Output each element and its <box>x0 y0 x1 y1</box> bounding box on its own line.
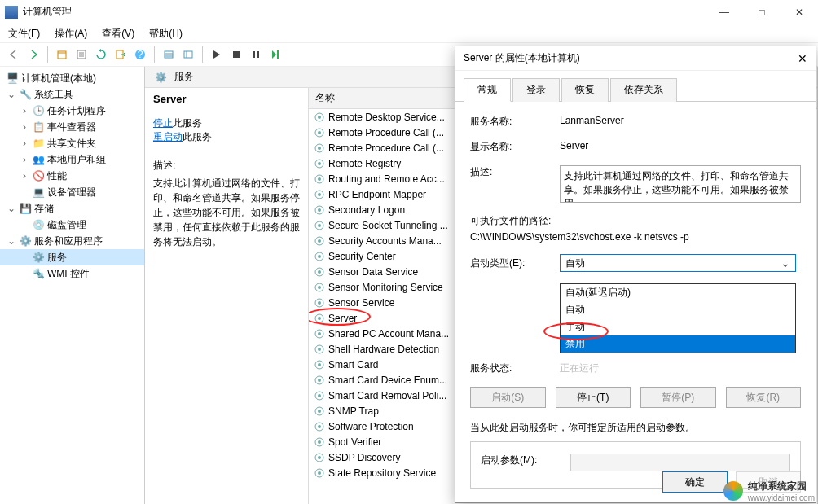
startup-type-label: 启动类型(E): <box>470 256 560 270</box>
maximize-button[interactable]: □ <box>743 0 781 24</box>
gear-icon: ⚙️ <box>154 71 167 84</box>
svg-point-22 <box>318 193 321 196</box>
tree-scheduler[interactable]: ›🕒任务计划程序 <box>0 103 144 119</box>
svg-point-56 <box>318 456 321 459</box>
svg-point-52 <box>318 425 321 428</box>
tree-services-apps[interactable]: ⌄⚙️服务和应用程序 <box>0 233 144 249</box>
forward-button[interactable] <box>24 46 42 64</box>
watermark-site: 纯净系统家园 <box>748 480 815 493</box>
back-button[interactable] <box>5 46 23 64</box>
export-button[interactable] <box>112 46 130 64</box>
startup-type-dropdown[interactable]: 自动(延迟启动) 自动 手动 禁用 <box>560 283 796 353</box>
svg-rect-8 <box>253 51 255 58</box>
pause-button[interactable] <box>247 46 265 64</box>
watermark-url: www.yidaimei.com <box>748 493 815 502</box>
svg-rect-0 <box>58 51 66 59</box>
watermark-icon <box>723 481 743 501</box>
menu-action[interactable]: 操作(A) <box>55 27 87 41</box>
tree-system-tools[interactable]: ⌄🔧系统工具 <box>0 86 144 103</box>
tree-storage[interactable]: ⌄💾存储 <box>0 200 144 217</box>
titlebar: 计算机管理 — □ ✕ <box>0 0 818 24</box>
svg-point-54 <box>318 440 321 444</box>
menu-file[interactable]: 文件(F) <box>8 27 40 41</box>
svg-point-14 <box>318 131 321 134</box>
tree-event-viewer[interactable]: ›📋事件查看器 <box>0 119 144 135</box>
tree-local-users[interactable]: ›👥本地用户和组 <box>0 151 144 168</box>
svg-rect-10 <box>277 50 279 59</box>
svg-point-40 <box>318 332 321 335</box>
close-button[interactable]: ✕ <box>781 0 818 24</box>
tree-performance[interactable]: ›🚫性能 <box>0 168 144 184</box>
description-text: 支持此计算机通过网络的文件、打印、和命名管道共享。如果服务停止，这些功能不可用。… <box>153 176 300 249</box>
stop-button[interactable]: 停止(T) <box>556 387 631 408</box>
start-button: 启动(S) <box>470 387 546 408</box>
start-params-input <box>570 454 790 471</box>
tree-shared-folders[interactable]: ›📁共享文件夹 <box>0 135 144 151</box>
svg-point-18 <box>318 162 321 165</box>
refresh-button[interactable] <box>92 46 110 64</box>
svg-point-32 <box>318 270 321 274</box>
svg-point-58 <box>318 471 321 475</box>
up-button[interactable] <box>53 46 71 64</box>
dialog-tabs: 常规 登录 恢复 依存关系 <box>455 71 816 102</box>
svg-point-28 <box>318 239 321 243</box>
detail-view-button[interactable] <box>179 46 197 64</box>
list-view-button[interactable] <box>160 46 178 64</box>
tree-services[interactable]: ⚙️服务 <box>0 249 144 265</box>
startup-type-select[interactable]: 自动 <box>560 254 796 272</box>
option-manual[interactable]: 手动 <box>561 318 795 335</box>
menu-view[interactable]: 查看(V) <box>102 27 134 41</box>
selected-service-name: Server <box>153 93 300 105</box>
tab-general[interactable]: 常规 <box>464 78 511 102</box>
svg-point-20 <box>318 177 321 181</box>
svg-point-38 <box>318 317 321 320</box>
option-auto-delayed[interactable]: 自动(延迟启动) <box>561 284 795 301</box>
tab-logon[interactable]: 登录 <box>512 78 560 102</box>
menubar: 文件(F) 操作(A) 查看(V) 帮助(H) <box>0 24 818 42</box>
service-detail-pane: Server 停止此服务 重启动此服务 描述: 支持此计算机通过网络的文件、打印… <box>145 88 308 504</box>
status-label: 服务状态: <box>470 362 560 375</box>
properties-button[interactable] <box>73 46 90 64</box>
path-label: 可执行文件的路径: <box>470 214 801 228</box>
path-value: C:\WINDOWS\system32\svchost.exe -k netsv… <box>470 231 801 243</box>
dialog-close-button[interactable]: ✕ <box>798 52 807 65</box>
pause-button: 暂停(P) <box>640 387 716 408</box>
help-button[interactable]: ? <box>131 46 149 64</box>
start-params-label: 启动参数(M): <box>481 454 570 467</box>
stop-service-link[interactable]: 停止 <box>153 117 173 129</box>
desc-textarea[interactable] <box>560 165 801 203</box>
svg-point-16 <box>318 147 321 150</box>
nav-tree[interactable]: 🖥️计算机管理(本地) ⌄🔧系统工具 ›🕒任务计划程序 ›📋事件查看器 ›📁共享… <box>0 67 145 504</box>
service-name-value: LanmanServer <box>560 115 801 126</box>
option-auto[interactable]: 自动 <box>561 301 795 318</box>
service-name-label: 服务名称: <box>470 115 560 129</box>
stop-button[interactable] <box>227 46 245 64</box>
svg-point-26 <box>318 224 321 227</box>
status-value: 正在运行 <box>560 362 801 375</box>
svg-point-36 <box>318 301 321 305</box>
tree-device-manager[interactable]: 💻设备管理器 <box>0 184 144 200</box>
svg-point-48 <box>318 394 321 397</box>
option-disabled[interactable]: 禁用 <box>561 335 795 353</box>
menu-help[interactable]: 帮助(H) <box>149 27 183 41</box>
desc-label: 描述: <box>470 165 560 179</box>
svg-point-50 <box>318 410 321 413</box>
svg-point-12 <box>318 116 321 119</box>
minimize-button[interactable]: — <box>706 0 743 24</box>
ok-button[interactable]: 确定 <box>662 471 728 493</box>
tree-disk-mgmt[interactable]: 💿磁盘管理 <box>0 217 144 233</box>
tree-root[interactable]: 🖥️计算机管理(本地) <box>0 70 144 86</box>
dialog-title: Server 的属性(本地计算机) <box>464 51 580 65</box>
tree-wmi[interactable]: 🔩WMI 控件 <box>0 265 144 282</box>
restart-button[interactable] <box>266 46 284 64</box>
description-label: 描述: <box>153 159 300 173</box>
resume-button: 恢复(R) <box>726 387 802 408</box>
svg-point-42 <box>318 348 321 351</box>
play-button[interactable] <box>208 46 226 64</box>
tab-recovery[interactable]: 恢复 <box>561 78 609 102</box>
restart-service-link[interactable]: 重启动 <box>153 131 183 142</box>
tab-dependencies[interactable]: 依存关系 <box>610 78 677 102</box>
svg-rect-7 <box>233 51 240 58</box>
svg-point-24 <box>318 208 321 212</box>
display-name-value: Server <box>560 140 801 151</box>
